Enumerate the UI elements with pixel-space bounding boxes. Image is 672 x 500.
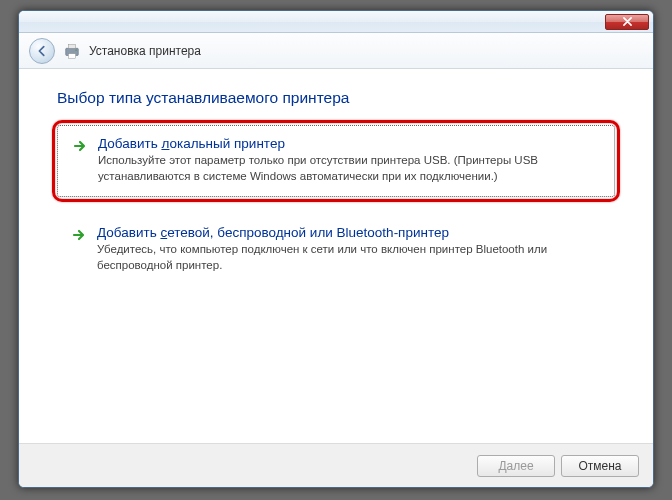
- page-heading: Выбор типа устанавливаемого принтера: [57, 89, 615, 107]
- content-area: Выбор типа устанавливаемого принтера Доб…: [19, 69, 653, 443]
- dialog-window: Установка принтера Выбор типа устанавлив…: [18, 10, 654, 488]
- arrow-right-icon: [72, 138, 88, 154]
- option-add-local-printer[interactable]: Добавить локальный принтер Используйте э…: [57, 125, 615, 197]
- cancel-button[interactable]: Отмена: [561, 455, 639, 477]
- arrow-right-icon: [71, 227, 87, 243]
- option-body: Добавить сетевой, беспроводной или Bluet…: [97, 225, 601, 273]
- header-bar: Установка принтера: [19, 33, 653, 69]
- option-description: Убедитесь, что компьютер подключен к сет…: [97, 242, 601, 273]
- svg-rect-1: [68, 44, 75, 48]
- back-button[interactable]: [29, 38, 55, 64]
- next-button: Далее: [477, 455, 555, 477]
- option-add-network-printer[interactable]: Добавить сетевой, беспроводной или Bluet…: [57, 215, 615, 285]
- option-description: Используйте этот параметр только при отс…: [98, 153, 600, 184]
- option-body: Добавить локальный принтер Используйте э…: [98, 136, 600, 184]
- close-button[interactable]: [605, 14, 649, 30]
- option-group: Добавить локальный принтер Используйте э…: [57, 125, 615, 285]
- printer-icon: [63, 42, 81, 60]
- window-title: Установка принтера: [89, 44, 201, 58]
- back-arrow-icon: [35, 44, 49, 58]
- svg-point-3: [75, 49, 76, 50]
- footer-bar: Далее Отмена: [19, 443, 653, 487]
- svg-rect-2: [68, 53, 75, 58]
- option-title: Добавить локальный принтер: [98, 136, 600, 151]
- titlebar: [19, 11, 653, 33]
- option-title: Добавить сетевой, беспроводной или Bluet…: [97, 225, 601, 240]
- close-icon: [623, 17, 632, 26]
